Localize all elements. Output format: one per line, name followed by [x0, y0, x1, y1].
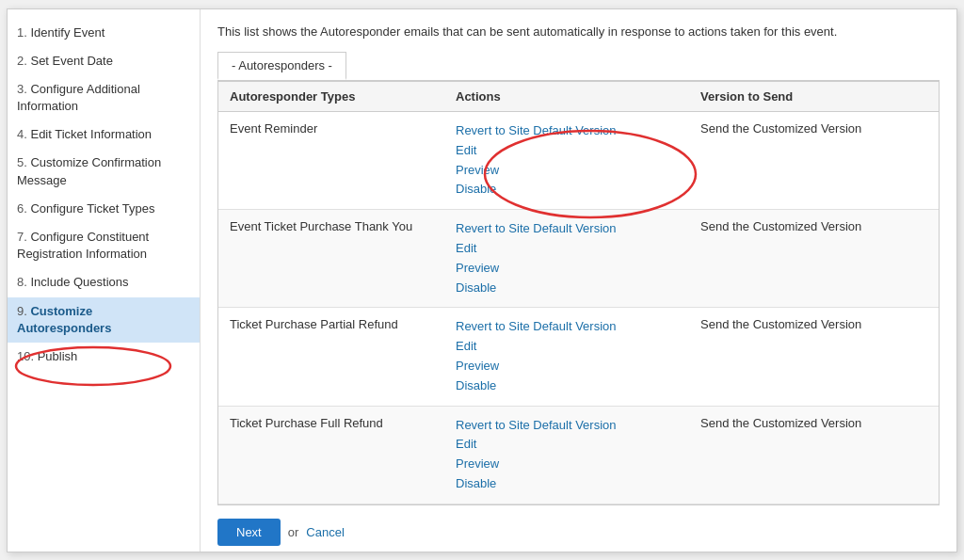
sidebar-item-3[interactable]: 3. Configure Additional Information	[8, 75, 200, 120]
sidebar-item-num-10: 10.	[17, 349, 34, 363]
table-row-2: Ticket Purchase Partial RefundRevert to …	[218, 308, 939, 406]
description-text: This list shows the Autoresponder emails…	[217, 23, 940, 41]
row-type-1: Event Ticket Purchase Thank You	[218, 210, 444, 308]
table-wrapper: Autoresponder TypesActionsVersion to Sen…	[217, 82, 940, 505]
sidebar-item-label-8: Include Questions	[30, 275, 128, 289]
sidebar-item-label-6: Configure Ticket Types	[30, 201, 154, 216]
action-link-preview[interactable]: Preview	[456, 357, 678, 376]
table-container: Autoresponder TypesActionsVersion to Sen…	[217, 82, 940, 505]
row-actions-2: Revert to Site Default VersionEditPrevie…	[444, 308, 689, 406]
cancel-button[interactable]: Cancel	[306, 525, 344, 539]
or-text: or	[288, 525, 299, 539]
action-link-disable[interactable]: Disable	[456, 279, 678, 298]
action-link-edit[interactable]: Edit	[456, 141, 678, 161]
sidebar-item-num-6: 6.	[17, 201, 27, 216]
sidebar-item-10[interactable]: 10. Publish	[8, 343, 200, 371]
dialog: 1. Identify Event2. Set Event Date3. Con…	[7, 8, 957, 552]
footer: Next or Cancel	[217, 519, 940, 546]
sidebar-item-label-4: Edit Ticket Information	[30, 127, 152, 141]
autoresponders-tab[interactable]: - Autoresponders -	[217, 52, 346, 80]
row-version-0: Send the Customized Version	[689, 112, 939, 210]
action-link-preview[interactable]: Preview	[456, 161, 678, 181]
action-link-revert-to-site-default-version[interactable]: Revert to Site Default Version	[456, 219, 678, 239]
sidebar-item-label-10: Publish	[38, 349, 78, 363]
row-type-3: Ticket Purchase Full Refund	[218, 406, 444, 504]
sidebar-item-1[interactable]: 1. Identify Event	[8, 19, 200, 47]
sidebar-item-label-9: Customize Autoresponders	[17, 304, 111, 335]
action-link-edit[interactable]: Edit	[456, 239, 678, 259]
action-link-revert-to-site-default-version[interactable]: Revert to Site Default Version	[456, 416, 678, 436]
sidebar-item-5[interactable]: 5. Customize Confirmation Message	[8, 149, 200, 194]
table-row-3: Ticket Purchase Full RefundRevert to Sit…	[218, 406, 939, 504]
sidebar-item-6[interactable]: 6. Configure Ticket Types	[8, 195, 200, 223]
row-version-2: Send the Customized Version	[689, 308, 939, 406]
sidebar-item-8[interactable]: 8. Include Questions	[8, 268, 200, 296]
row-version-1: Send the Customized Version	[689, 210, 939, 308]
col-header-1: Actions	[444, 82, 689, 112]
autoresponders-table: Autoresponder TypesActionsVersion to Sen…	[218, 82, 939, 504]
row-type-0: Event Reminder	[218, 112, 444, 210]
sidebar-item-label-7: Configure Constituent Registration Infor…	[17, 230, 149, 261]
table-header-row: Autoresponder TypesActionsVersion to Sen…	[218, 82, 939, 112]
col-header-0: Autoresponder Types	[218, 82, 444, 112]
tab-bar: - Autoresponders -	[217, 52, 940, 82]
sidebar-item-num-9: 9.	[17, 304, 27, 318]
sidebar-item-num-7: 7.	[17, 230, 27, 244]
sidebar-item-7[interactable]: 7. Configure Constituent Registration In…	[8, 223, 200, 268]
action-link-edit[interactable]: Edit	[456, 435, 678, 455]
row-version-3: Send the Customized Version	[689, 406, 939, 504]
sidebar-item-num-4: 4.	[17, 127, 27, 141]
next-button[interactable]: Next	[217, 519, 281, 546]
row-actions-0: Revert to Site Default VersionEditPrevie…	[444, 112, 689, 210]
row-actions-3: Revert to Site Default VersionEditPrevie…	[444, 406, 689, 504]
action-link-revert-to-site-default-version[interactable]: Revert to Site Default Version	[456, 121, 678, 141]
table-row-1: Event Ticket Purchase Thank YouRevert to…	[218, 210, 939, 308]
sidebar-item-label-1: Identify Event	[30, 25, 104, 40]
main-content: This list shows the Autoresponder emails…	[201, 9, 956, 552]
sidebar-item-label-3: Configure Additional Information	[17, 82, 140, 113]
sidebar-item-4[interactable]: 4. Edit Ticket Information	[8, 120, 200, 149]
action-link-disable[interactable]: Disable	[456, 474, 678, 494]
action-link-disable[interactable]: Disable	[456, 180, 678, 200]
sidebar-item-9[interactable]: 9. Customize Autoresponders	[8, 297, 200, 343]
sidebar-item-num-1: 1.	[17, 25, 27, 40]
sidebar-item-num-5: 5.	[17, 155, 27, 169]
action-link-edit[interactable]: Edit	[456, 337, 678, 357]
sidebar-item-label-2: Set Event Date	[30, 54, 112, 68]
sidebar-item-num-3: 3.	[17, 82, 27, 96]
action-link-preview[interactable]: Preview	[456, 259, 678, 279]
sidebar-item-num-8: 8.	[17, 275, 27, 289]
action-link-revert-to-site-default-version[interactable]: Revert to Site Default Version	[456, 317, 678, 337]
action-link-preview[interactable]: Preview	[456, 455, 678, 474]
row-type-2: Ticket Purchase Partial Refund	[218, 308, 444, 406]
action-link-disable[interactable]: Disable	[456, 376, 678, 396]
col-header-2: Version to Send	[689, 82, 939, 112]
sidebar-item-2[interactable]: 2. Set Event Date	[8, 47, 200, 75]
sidebar: 1. Identify Event2. Set Event Date3. Con…	[8, 9, 201, 552]
sidebar-item-num-2: 2.	[17, 54, 27, 68]
row-actions-1: Revert to Site Default VersionEditPrevie…	[444, 210, 689, 308]
table-row-0: Event ReminderRevert to Site Default Ver…	[218, 112, 939, 210]
sidebar-item-label-5: Customize Confirmation Message	[17, 155, 161, 186]
